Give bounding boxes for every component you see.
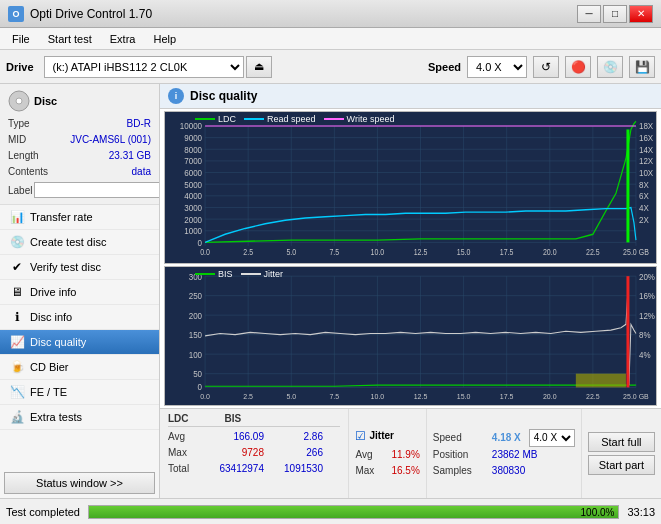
read-speed-legend-dot	[244, 118, 264, 120]
fe-te-icon: 📉	[10, 385, 24, 399]
save-button[interactable]: 💾	[629, 56, 655, 78]
total-bis: 1091530	[268, 461, 323, 477]
sidebar-item-drive-info[interactable]: 🖥 Drive info	[0, 280, 159, 305]
svg-text:50: 50	[193, 369, 202, 380]
svg-text:2.5: 2.5	[243, 248, 253, 258]
speed-label: Speed	[428, 61, 461, 73]
nav-items: 📊 Transfer rate 💿 Create test disc ✔ Ver…	[0, 205, 159, 468]
sidebar-item-disc-info[interactable]: ℹ Disc info	[0, 305, 159, 330]
ldc-legend-dot	[195, 118, 215, 120]
svg-text:6000: 6000	[184, 167, 202, 178]
sidebar-item-fe-te[interactable]: 📉 FE / TE	[0, 380, 159, 405]
eject-button[interactable]: ⏏	[246, 56, 272, 78]
total-label: Total	[168, 461, 200, 477]
sidebar-item-cd-bier[interactable]: 🍺 CD Bier	[0, 355, 159, 380]
maximize-button[interactable]: □	[603, 5, 627, 23]
svg-text:4000: 4000	[184, 191, 202, 202]
refresh-button[interactable]: ↺	[533, 56, 559, 78]
bis-legend-dot	[195, 273, 215, 275]
svg-text:150: 150	[189, 330, 203, 341]
svg-text:15.0: 15.0	[457, 248, 471, 258]
disc-quality-header: i Disc quality	[160, 84, 661, 109]
jitter-col: ☑ Jitter Avg 11.9% Max 16.5%	[348, 409, 426, 498]
read-speed-legend-label: Read speed	[267, 114, 316, 124]
max-label: Max	[168, 445, 200, 461]
sidebar-item-extra-tests[interactable]: 🔬 Extra tests	[0, 405, 159, 430]
drive-select[interactable]: (k:) ATAPI iHBS112 2 CL0K	[44, 56, 244, 78]
svg-text:2.5: 2.5	[243, 392, 253, 402]
svg-text:25.0 GB: 25.0 GB	[623, 248, 649, 258]
svg-text:12.5: 12.5	[414, 392, 428, 402]
sidebar-item-create-test-disc[interactable]: 💿 Create test disc	[0, 230, 159, 255]
svg-text:16X: 16X	[639, 133, 653, 144]
drive-bar: Drive (k:) ATAPI iHBS112 2 CL0K ⏏ Speed …	[0, 50, 661, 84]
svg-text:0: 0	[198, 382, 203, 393]
jitter-legend-dot	[241, 273, 261, 275]
samples-label: Samples	[433, 463, 488, 479]
svg-text:7.5: 7.5	[329, 392, 339, 402]
svg-text:15.0: 15.0	[457, 392, 471, 402]
sidebar-item-transfer-rate[interactable]: 📊 Transfer rate	[0, 205, 159, 230]
menu-help[interactable]: Help	[145, 31, 184, 47]
status-bar: Test completed 100.0% 33:13	[0, 498, 661, 524]
sidebar-item-verify-test-disc[interactable]: ✔ Verify test disc	[0, 255, 159, 280]
stats-row: LDC BIS Avg 166.09 2.86 Max 9728 266 Tot…	[160, 408, 661, 498]
progress-fill	[89, 506, 618, 518]
sidebar-item-disc-quality[interactable]: 📈 Disc quality	[0, 330, 159, 355]
svg-text:7000: 7000	[184, 156, 202, 167]
write-speed-legend-label: Write speed	[347, 114, 395, 124]
start-full-button[interactable]: Start full	[588, 432, 655, 452]
bis-header: BIS	[225, 413, 242, 424]
speed-target-select[interactable]: 4.0 X	[529, 429, 575, 447]
close-button[interactable]: ✕	[629, 5, 653, 23]
status-window-button[interactable]: Status window >>	[4, 472, 155, 494]
svg-rect-99	[576, 374, 626, 388]
disc-label-input[interactable]	[34, 182, 160, 198]
svg-text:20%: 20%	[639, 271, 655, 282]
ldc-chart: LDC Read speed Write speed	[164, 111, 657, 264]
svg-text:2X: 2X	[639, 214, 649, 225]
legend-jitter: Jitter	[241, 269, 284, 279]
jitter-col-label: Jitter	[369, 430, 393, 441]
menu-extra[interactable]: Extra	[102, 31, 144, 47]
avg-ldc: 166.09	[204, 429, 264, 445]
svg-text:8%: 8%	[639, 330, 651, 341]
avg-label: Avg	[168, 429, 200, 445]
ldc-header: LDC	[168, 413, 189, 424]
menu-file[interactable]: File	[4, 31, 38, 47]
menu-start-test[interactable]: Start test	[40, 31, 100, 47]
progress-bar: 100.0%	[88, 505, 619, 519]
position-label: Position	[433, 447, 488, 463]
svg-text:12X: 12X	[639, 156, 653, 167]
svg-text:5.0: 5.0	[286, 392, 296, 402]
disc-length-value: 23.31 GB	[109, 148, 151, 164]
disc-icon-svg	[8, 90, 30, 112]
disc-button[interactable]: 💿	[597, 56, 623, 78]
window-controls: ─ □ ✕	[577, 5, 653, 23]
svg-text:5000: 5000	[184, 179, 202, 190]
svg-text:10.0: 10.0	[371, 392, 385, 402]
svg-text:3000: 3000	[184, 202, 202, 213]
main-layout: Disc Type BD-R MID JVC-AMS6L (001) Lengt…	[0, 84, 661, 498]
svg-text:17.5: 17.5	[500, 392, 514, 402]
svg-text:0.0: 0.0	[200, 392, 210, 402]
menu-bar: File Start test Extra Help	[0, 28, 661, 50]
svg-text:20.0: 20.0	[543, 248, 557, 258]
svg-text:0: 0	[198, 237, 203, 248]
disc-quality-title: Disc quality	[190, 89, 257, 103]
disc-info-icon: ℹ	[10, 310, 24, 324]
disc-contents-label: Contents	[8, 164, 48, 180]
chart1-legend: LDC Read speed Write speed	[195, 114, 394, 124]
sidebar: Disc Type BD-R MID JVC-AMS6L (001) Lengt…	[0, 84, 160, 498]
disc-mid-value: JVC-AMS6L (001)	[70, 132, 151, 148]
legend-ldc: LDC	[195, 114, 236, 124]
speed-select[interactable]: 4.0 X	[467, 56, 527, 78]
transfer-rate-icon: 📊	[10, 210, 24, 224]
minimize-button[interactable]: ─	[577, 5, 601, 23]
burn-button[interactable]: 🔴	[565, 56, 591, 78]
svg-text:17.5: 17.5	[500, 248, 514, 258]
jitter-legend-label: Jitter	[264, 269, 284, 279]
start-part-button[interactable]: Start part	[588, 455, 655, 475]
svg-text:250: 250	[189, 291, 203, 302]
ldc-legend-label: LDC	[218, 114, 236, 124]
